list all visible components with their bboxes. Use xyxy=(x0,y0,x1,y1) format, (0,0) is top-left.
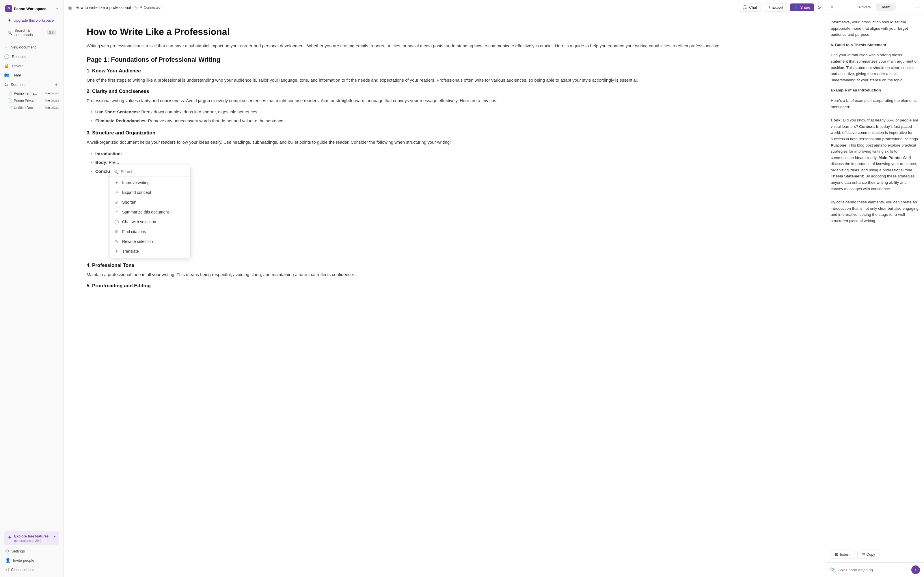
main-content-area: ▣ How to write like a professional ✎ Con… xyxy=(63,0,826,577)
panel-divider-2 xyxy=(831,196,919,196)
context-item-find-citations[interactable]: ⊞ Find citations xyxy=(110,227,190,237)
context-item-summarize[interactable]: ≡ Summarize this document xyxy=(110,207,190,217)
send-button[interactable]: ↑ xyxy=(911,566,920,574)
sidebar-item-close-sidebar[interactable]: ◁ Close sidebar xyxy=(2,565,61,574)
topbar-right: 💬 Chat ⬇ Export 👤 Share ⚙ xyxy=(739,3,821,11)
sidebar-item-team[interactable]: 👥 Team xyxy=(1,70,62,80)
panel-header: ✕ Private Team ··· xyxy=(826,0,924,15)
panel-example-body: Hook: Did you know that nearly 65% of pe… xyxy=(831,117,919,192)
main-points-label: Main Points: xyxy=(879,155,902,160)
context-item-expand-concept[interactable]: ↗ Expand concept xyxy=(110,187,190,197)
source-item-0[interactable]: 📄 Penno Terms... In private xyxy=(1,90,62,97)
context-item-improve-writing[interactable]: ✦ Improve writing xyxy=(110,178,190,187)
chat-icon: ◯ xyxy=(114,219,119,224)
context-label: Context: xyxy=(859,124,875,129)
panel-section6-heading: 6. Build to a Thesis Statement xyxy=(831,42,919,48)
search-icon: 🔍 xyxy=(113,169,118,174)
clock-icon: 🕐 xyxy=(4,54,10,59)
database-icon: 🗂 xyxy=(4,82,8,87)
source-item-1[interactable]: 📄 Penno Privac... In private xyxy=(1,97,62,104)
plus-icon: ＋ xyxy=(4,44,8,50)
chevron-down-icon: ▾ xyxy=(56,7,58,11)
chevron-up-icon: ▴ xyxy=(54,534,56,538)
connected-dot xyxy=(141,6,142,8)
document-intro: Writing with professionalism is a skill … xyxy=(87,42,803,50)
source-item-2[interactable]: 📄 Untitled Doc... In private xyxy=(1,104,62,111)
chat-button[interactable]: 💬 Chat xyxy=(739,3,761,11)
insert-button[interactable]: ⊞ Insert xyxy=(830,550,855,559)
source-name-2: Untitled Doc... xyxy=(14,106,44,110)
context-item-rewrite[interactable]: ✎ Rewrite selection xyxy=(110,237,190,247)
person-add-icon: 👤 xyxy=(5,558,11,563)
search-icon: 🔍 xyxy=(8,31,12,35)
sidebar-item-new-document[interactable]: ＋ New document xyxy=(1,42,62,52)
section-clarity-heading: 2. Clarity and Conciseness xyxy=(87,89,803,94)
workspace-name: Penno Workspace xyxy=(14,6,55,11)
document-icon: 📄 xyxy=(8,91,12,95)
structure-list: Introduction: Body: Pre... Conclusion: xyxy=(87,150,803,176)
workspace-icon: P xyxy=(5,5,12,12)
document-main-title: How to Write Like a Professional xyxy=(87,27,803,37)
section-clarity-body: Professional writing values clarity and … xyxy=(87,97,803,105)
section-structure-heading: 3. Structure and Organization xyxy=(87,130,803,136)
source-badge-2: In private xyxy=(45,106,59,110)
source-name-1: Penno Privac... xyxy=(14,99,44,103)
copy-button[interactable]: ⧉ Copy xyxy=(857,550,880,559)
search-commands-bar[interactable]: 🔍 Search & commands ⌘ K xyxy=(5,26,59,39)
sidebar-item-invite[interactable]: 👤 Invite people xyxy=(2,556,61,565)
sparkle-icon: ✦ xyxy=(8,534,12,541)
clarity-list: Use Short Sentences: Break down complex … xyxy=(87,108,803,126)
explore-features-box[interactable]: ✦ Explore free features generations of 2… xyxy=(4,531,59,545)
document-icon: 📄 xyxy=(8,98,12,103)
sidebar: P Penno Workspace ▾ ✦ Upgrade this works… xyxy=(0,0,63,577)
panel-tabs: Private Team xyxy=(836,3,913,11)
improve-writing-icon: ✦ xyxy=(114,180,119,185)
tab-private[interactable]: Private xyxy=(854,3,876,11)
sparkle-icon: ✦ xyxy=(8,18,11,23)
export-button[interactable]: ⬇ Export xyxy=(764,3,787,11)
tab-team[interactable]: Team xyxy=(876,3,896,11)
panel-content: informative, your introduction should se… xyxy=(826,15,924,546)
settings-icon[interactable]: ⚙ xyxy=(817,5,821,10)
lock-icon: 🔒 xyxy=(4,63,10,68)
attach-icon[interactable]: 📎 xyxy=(830,567,836,573)
document-title: How to write like a professional xyxy=(75,5,131,10)
sidebar-close-icon: ◁ xyxy=(5,567,9,572)
thesis-label: Thesis Statement: xyxy=(831,174,864,178)
workspace-header[interactable]: P Penno Workspace ▾ xyxy=(3,3,60,15)
sidebar-item-recents[interactable]: 🕐 Recents xyxy=(1,52,62,61)
list-item: Body: Pre... xyxy=(89,158,803,167)
context-item-chat-selection[interactable]: ◯ Chat with selection xyxy=(110,217,190,227)
panel-close-button[interactable]: ✕ xyxy=(830,4,834,10)
source-badge-0: In private xyxy=(45,92,59,95)
section-professional-tone-heading: 4. Professional Tone xyxy=(87,263,803,268)
ask-input[interactable] xyxy=(838,568,909,572)
sidebar-item-private[interactable]: 🔒 Private xyxy=(1,61,62,70)
edit-icon[interactable]: ✎ xyxy=(134,5,137,10)
upgrade-workspace-button[interactable]: ✦ Upgrade this workspace xyxy=(5,16,59,25)
panel-example-intro: Here's a brief example incorporating the… xyxy=(831,98,919,110)
document-icon: ▣ xyxy=(68,5,73,10)
list-item: Use Short Sentences: Break down complex … xyxy=(89,108,803,116)
share-icon: 👤 xyxy=(794,5,798,10)
summarize-icon: ≡ xyxy=(114,210,119,214)
context-search-input[interactable] xyxy=(121,169,187,174)
document-editor[interactable]: How to Write Like a Professional Writing… xyxy=(63,15,826,577)
context-search-bar: 🔍 xyxy=(110,167,190,177)
copy-icon: ⧉ xyxy=(862,552,865,556)
panel-content-top: informative, your introduction should se… xyxy=(831,19,919,38)
citation-icon: ⊞ xyxy=(114,229,119,234)
add-source-button[interactable]: ＋ xyxy=(53,82,59,88)
context-item-translate[interactable]: ✦ Translate xyxy=(110,247,190,256)
share-button[interactable]: 👤 Share xyxy=(790,3,814,11)
sidebar-item-settings[interactable]: ⚙ Settings xyxy=(2,546,61,556)
connection-status: Connected xyxy=(141,5,160,10)
context-item-shorten[interactable]: ↙ Shorten xyxy=(110,197,190,207)
more-options-icon[interactable]: ··· xyxy=(916,4,920,10)
sidebar-sources-header[interactable]: 🗂 Sources ＋ xyxy=(1,80,62,90)
list-item: Eliminate Redundancies: Remove any unnec… xyxy=(89,116,803,126)
chat-icon: 💬 xyxy=(743,5,747,10)
document-icon: 📄 xyxy=(8,106,12,110)
panel-example-heading: Example of an Introduction xyxy=(831,87,919,93)
explore-title: Explore free features xyxy=(14,534,52,539)
